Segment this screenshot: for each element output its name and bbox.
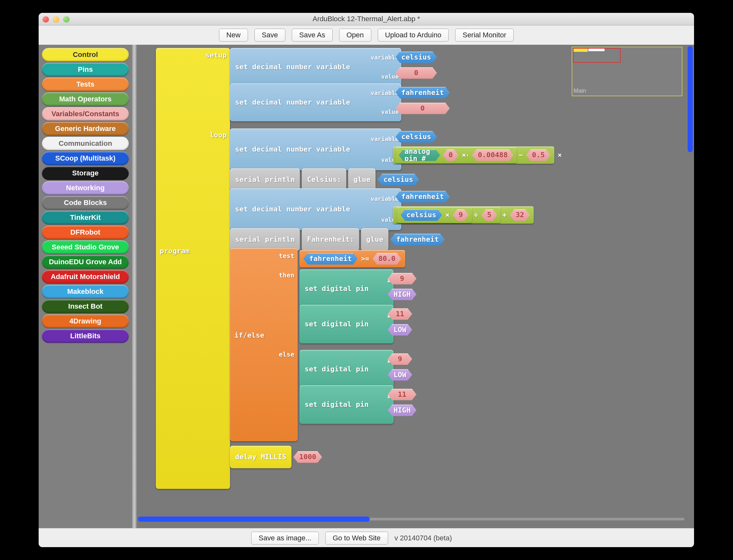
zoom-icon[interactable] [63, 16, 70, 23]
palette-category[interactable]: Tests [42, 78, 129, 91]
delay-block[interactable]: delay MILLIS [230, 446, 291, 468]
mult-value[interactable]: 9 [453, 209, 469, 221]
palette-category[interactable]: DFRobot [42, 226, 129, 239]
canvas[interactable]: program setup loop set decimal number va… [136, 45, 694, 528]
setup-label: setup [205, 52, 227, 59]
palette-category[interactable]: Pins [42, 63, 129, 76]
value-zero[interactable]: 0 [396, 103, 450, 114]
set-digital-pin-block[interactable]: set digital pin # [299, 269, 394, 308]
factor-value[interactable]: 0.00488 [472, 149, 514, 161]
mul-expr[interactable]: celsius × 9 [398, 207, 472, 223]
vertical-scrollbar[interactable] [687, 46, 693, 515]
saveas-button[interactable]: Save As [292, 29, 333, 42]
value-high[interactable]: HIGH [388, 405, 417, 416]
splitter[interactable] [132, 45, 136, 528]
delay-value[interactable]: 1000 [293, 451, 322, 463]
pin-11[interactable]: 11 [388, 308, 412, 320]
variable-celsius[interactable]: celsius [396, 51, 437, 63]
set-dec-var-block[interactable]: set decimal number variable variablevalu… [230, 128, 401, 170]
palette-category[interactable]: Generic Hardware [42, 122, 129, 135]
variable-fahrenheit[interactable]: fahrenheit [390, 234, 445, 245]
goto-website-button[interactable]: Go to Web Site [325, 532, 388, 545]
string-celsius[interactable]: Celsius: [302, 168, 346, 191]
traffic-lights [42, 16, 70, 23]
scrollbar-thumb[interactable] [688, 46, 693, 152]
palette-category[interactable]: Networking [42, 181, 129, 195]
open-button[interactable]: Open [339, 29, 371, 42]
set-dec-var-block[interactable]: set decimal number variable variablevalu… [230, 48, 401, 86]
variable-celsius[interactable]: celsius [378, 174, 419, 185]
pin-11[interactable]: 11 [388, 389, 417, 400]
program-label: program [160, 247, 190, 255]
variable-fahrenheit[interactable]: fahrenheit [396, 191, 450, 202]
palette-category[interactable]: Adafruit Motorshield [42, 270, 129, 284]
serial-monitor-button[interactable]: Serial Monitor [455, 29, 514, 42]
minimap-viewport[interactable] [573, 48, 621, 63]
offset-value[interactable]: 0.5 [526, 149, 551, 161]
block-label: set decimal number variable [235, 146, 350, 153]
serial-println-block[interactable]: serial println [230, 168, 300, 191]
variable-fahrenheit[interactable]: fahrenheit [396, 87, 450, 98]
canvas-wrap: program setup loop set decimal number va… [136, 45, 694, 528]
variable-fahrenheit[interactable]: fahrenheit [303, 253, 357, 265]
value-low[interactable]: LOW [388, 324, 412, 336]
then-label: then [279, 272, 294, 278]
palette-category[interactable]: Code Blocks [42, 196, 129, 210]
minus-op: − [519, 152, 523, 159]
save-image-button[interactable]: Save as image... [251, 532, 319, 545]
ifelse-block[interactable]: if/else test then else [230, 248, 297, 441]
palette-category[interactable]: Insect Bot [42, 300, 129, 313]
set-dec-var-block[interactable]: set decimal number variable variablevalu… [230, 188, 401, 230]
save-button[interactable]: Save [254, 29, 285, 42]
block-label: set decimal number variable [235, 63, 350, 70]
value-zero[interactable]: 0 [396, 67, 437, 79]
string-fahrenheit[interactable]: Fahrenheit: [302, 228, 359, 251]
palette-category[interactable]: Storage [42, 166, 129, 180]
set-digital-pin-block[interactable]: set digital pin # [299, 350, 394, 388]
value-high[interactable]: HIGH [388, 289, 417, 300]
threshold-value[interactable]: 80.0 [373, 253, 401, 265]
palette-category[interactable]: TinkerKit [42, 211, 129, 224]
palette-category[interactable]: LittleBits [42, 329, 129, 343]
times-op: ×▾ [462, 152, 469, 159]
set-digital-pin-block[interactable]: set digital pin # [299, 305, 394, 343]
add-expr[interactable]: celsius × 9 ÷ 5 + 32 [393, 206, 534, 224]
titlebar[interactable]: ArduBlock 12-Thermal_Alert.abp * [39, 13, 694, 25]
add-value[interactable]: 32 [510, 209, 530, 221]
scrollbar-thumb[interactable] [138, 517, 370, 522]
minimap[interactable]: Main [572, 47, 682, 96]
palette-category[interactable]: Math Operators [42, 92, 129, 106]
value-low[interactable]: LOW [388, 369, 412, 381]
palette-category[interactable]: SCoop (Multitask) [42, 152, 129, 165]
glue-block[interactable]: glue [348, 168, 376, 191]
minimize-icon[interactable] [53, 16, 59, 23]
multiply-expr-inner[interactable]: analog pin # 0 ×▾ 0.00488 [396, 147, 517, 163]
close-icon[interactable] [42, 16, 49, 23]
glue-block[interactable]: glue [361, 228, 389, 251]
palette-category[interactable]: Seeed Studio Grove [42, 240, 129, 254]
gte-expr[interactable]: fahrenheit >= 80.0 [299, 250, 405, 267]
set-dec-var-block[interactable]: set decimal number variable variablevalu… [230, 83, 401, 121]
serial-println-block[interactable]: serial println [230, 228, 300, 251]
upload-button[interactable]: Upload to Arduino [378, 29, 449, 42]
variable-celsius[interactable]: celsius [401, 209, 442, 221]
palette-category[interactable]: Communication [42, 137, 129, 150]
analog-pin-num[interactable]: 0 [443, 149, 459, 161]
palette-category[interactable]: Control [42, 48, 129, 61]
pin-9[interactable]: 9 [388, 353, 412, 365]
div-value[interactable]: 5 [481, 209, 497, 221]
multiply-expr[interactable]: analog pin # 0 ×▾ 0.00488 − 0.5 [393, 146, 554, 164]
footer: Save as image... Go to Web Site v 201407… [39, 528, 694, 547]
program-block[interactable]: program setup loop [156, 48, 230, 489]
palette-category[interactable]: Makeblock [42, 285, 129, 298]
new-button[interactable]: New [219, 29, 248, 42]
pin-9[interactable]: 9 [388, 273, 417, 285]
analog-pin-block[interactable]: analog pin # [399, 149, 440, 161]
set-digital-pin-block[interactable]: set digital pin # [299, 385, 394, 424]
div-expr[interactable]: celsius × 9 ÷ 5 [396, 207, 501, 223]
horizontal-scrollbar[interactable] [138, 516, 684, 522]
palette-category[interactable]: DuinoEDU Grove Add [42, 255, 129, 269]
palette-category[interactable]: Variables/Constants [42, 107, 129, 121]
variable-celsius[interactable]: celsius [396, 131, 437, 143]
palette-category[interactable]: 4Drawing [42, 314, 129, 328]
